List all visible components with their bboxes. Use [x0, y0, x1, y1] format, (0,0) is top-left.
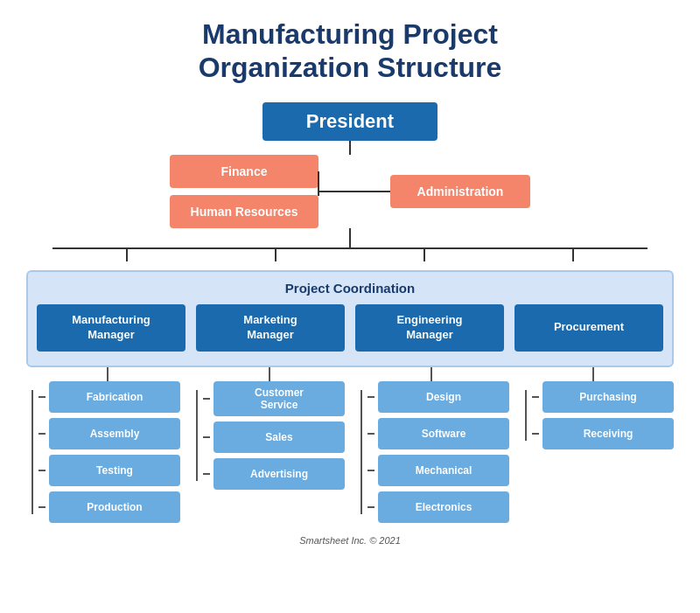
tc-line-2: [269, 367, 270, 381]
hr-box: Human Resources: [170, 195, 318, 228]
marketing-manager-box: MarketingManager: [196, 304, 345, 352]
sub-connect-row: [26, 367, 674, 381]
purchasing-row: Purchasing: [532, 381, 674, 413]
mgr-tv-1: [52, 249, 201, 261]
president-row: President: [262, 102, 438, 141]
manager-col-4: Procurement: [514, 304, 663, 352]
purchasing-box: Purchasing: [542, 381, 674, 413]
production-row: Production: [38, 491, 180, 523]
testing-box: Testing: [49, 455, 180, 486]
testing-row: Testing: [38, 455, 180, 486]
tc-line-3: [430, 367, 432, 381]
mgr-top-verts: [52, 249, 648, 261]
sub-connect-col-4: [512, 367, 674, 381]
design-box: Design: [378, 381, 509, 413]
manager-col-3: EngineeringManager: [355, 304, 504, 352]
fabrication-box: Fabrication: [49, 381, 180, 413]
mgr-tv-line-4: [572, 249, 574, 261]
chart-title: Manufacturing Project Organization Struc…: [199, 17, 502, 85]
proc-sub-col: Purchasing Receiving: [520, 381, 674, 523]
sub-connect-col-3: [350, 367, 512, 381]
mgr-tv-line-1: [126, 249, 128, 261]
software-box: Software: [378, 418, 509, 449]
sales-box: Sales: [214, 421, 345, 453]
mgr-tv-4: [499, 249, 648, 261]
mgr-tv-3: [350, 249, 499, 261]
manager-col-2: MarketingManager: [196, 304, 345, 352]
electronics-row: Electronics: [368, 491, 509, 523]
project-coord-label: Project Coordination: [285, 281, 415, 296]
project-coord-area: Project Coordination ManufacturingManage…: [26, 270, 674, 367]
sales-row: Sales: [203, 421, 345, 453]
eng-sub-boxes: Design Software Mechanical Electronics: [355, 381, 509, 523]
production-box: Production: [49, 491, 180, 523]
managers-row: ManufacturingManager MarketingManager En…: [37, 304, 663, 352]
mfg-sub-boxes: Fabrication Assembly Testing Production: [26, 381, 180, 523]
mgr-tv-line-3: [424, 249, 425, 261]
procurement-box: Procurement: [514, 304, 663, 352]
customer-service-box: CustomerService: [214, 381, 345, 416]
receiving-row: Receiving: [532, 418, 674, 449]
design-row: Design: [368, 381, 509, 413]
sub-connect-col-2: [188, 367, 350, 381]
pres-to-mgr-conn: [18, 228, 682, 247]
receiving-box: Receiving: [542, 418, 674, 449]
finance-box: Finance: [170, 155, 318, 188]
advertising-row: Advertising: [203, 458, 345, 490]
assembly-box: Assembly: [49, 418, 180, 449]
mechanical-row: Mechanical: [368, 455, 509, 486]
staff-row: Finance Human Resources Administration: [18, 155, 682, 228]
pres-to-mgr-vert: [349, 228, 351, 247]
tc-line-1: [107, 367, 108, 381]
customer-service-row: CustomerService: [203, 381, 345, 416]
org-chart: Manufacturing Project Organization Struc…: [18, 17, 682, 546]
sub-connect-col-1: [26, 367, 188, 381]
mkt-sub-col: CustomerService Sales Advertising: [191, 381, 345, 523]
staff-left-col: Finance Human Resources: [170, 155, 318, 228]
mfg-sub-col: Fabrication Assembly Testing Production: [26, 381, 180, 523]
staff-vert-connector: [318, 171, 319, 196]
pres-vert-line: [349, 141, 351, 155]
advertising-box: Advertising: [214, 458, 345, 490]
assembly-row: Assembly: [38, 418, 180, 449]
sub-area: Fabrication Assembly Testing Production …: [26, 381, 674, 523]
manager-col-1: ManufacturingManager: [37, 304, 186, 352]
fabrication-row: Fabrication: [38, 381, 180, 413]
mgr-tv-2: [201, 249, 350, 261]
president-box: President: [262, 102, 438, 141]
electronics-box: Electronics: [378, 491, 509, 523]
admin-box: Administration: [390, 175, 530, 208]
staff-h-line: [320, 191, 390, 192]
engineering-manager-box: EngineeringManager: [355, 304, 504, 352]
mechanical-box: Mechanical: [378, 455, 509, 486]
proc-sub-boxes: Purchasing Receiving: [520, 381, 674, 449]
mkt-sub-boxes: CustomerService Sales Advertising: [191, 381, 345, 490]
pres-connector: [18, 141, 682, 155]
mgr-tv-line-2: [275, 249, 276, 261]
software-row: Software: [368, 418, 509, 449]
footer: Smartsheet Inc. © 2021: [299, 535, 401, 546]
eng-sub-col: Design Software Mechanical Electronics: [355, 381, 509, 523]
tc-line-4: [592, 367, 594, 381]
manufacturing-manager-box: ManufacturingManager: [37, 304, 186, 352]
